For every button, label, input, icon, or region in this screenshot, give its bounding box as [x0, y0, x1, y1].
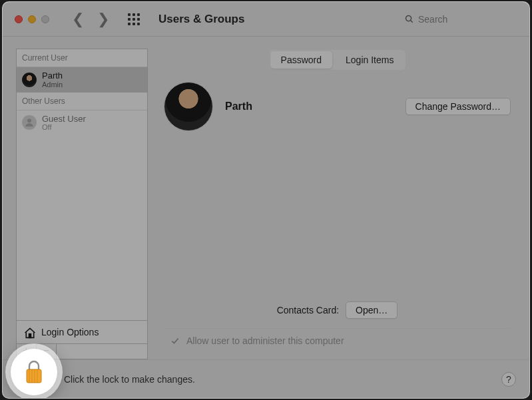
- contacts-card-row: Contacts Card: Open…: [164, 301, 511, 319]
- tab-login-items[interactable]: Login Items: [335, 51, 404, 69]
- sidebar-user-name: Guest User: [42, 114, 86, 124]
- sidebar-user-name: Parth: [42, 71, 63, 81]
- sidebar-user-status: Off: [42, 123, 86, 131]
- chevron-right-icon[interactable]: ❯: [97, 12, 109, 27]
- sidebar-empty: [17, 135, 147, 320]
- avatar-thumbnail: [22, 73, 37, 87]
- preferences-window: ❮ ❯ Users & Groups Search Current User P…: [2, 1, 530, 399]
- lock-icon: [23, 359, 45, 385]
- sidebar-item-current-user[interactable]: Parth Admin: [17, 67, 147, 93]
- svg-line-1: [411, 21, 413, 23]
- toolbar: ❮ ❯ Users & Groups Search: [3, 2, 529, 37]
- login-options-button[interactable]: Login Options: [17, 320, 147, 343]
- svg-point-0: [406, 16, 411, 21]
- contacts-card-label: Contacts Card:: [277, 305, 339, 315]
- search-icon: [404, 14, 414, 24]
- close-window-button[interactable]: [15, 15, 23, 23]
- allow-admin-label: Allow user to administer this computer: [186, 335, 344, 346]
- minimize-window-button[interactable]: [28, 15, 36, 23]
- svg-rect-4: [27, 369, 41, 383]
- open-contacts-button[interactable]: Open…: [346, 301, 398, 319]
- chevron-left-icon[interactable]: ❮: [72, 12, 84, 27]
- footer: Click the lock to make changes. ?: [3, 359, 529, 398]
- help-button[interactable]: ?: [501, 372, 516, 387]
- tabs: Password Login Items: [269, 50, 406, 70]
- window-controls: [15, 15, 49, 23]
- sidebar-header-current: Current User: [17, 49, 147, 67]
- user-display-name: Parth: [225, 100, 252, 112]
- nav-arrows: ❮ ❯: [72, 12, 109, 27]
- sidebar-handle: [57, 344, 147, 359]
- change-password-button[interactable]: Change Password…: [405, 98, 511, 115]
- svg-rect-3: [29, 334, 31, 338]
- search-input[interactable]: Search: [404, 11, 517, 27]
- avatar-thumbnail: [22, 115, 37, 130]
- check-icon: [170, 336, 180, 345]
- lock-button[interactable]: [11, 349, 57, 395]
- login-options-label: Login Options: [41, 327, 99, 337]
- content: Current User Parth Admin Other Users Gue…: [3, 37, 529, 398]
- lock-hint-text: Click the lock to make changes.: [64, 374, 195, 385]
- tab-password[interactable]: Password: [270, 51, 332, 69]
- page-title: Users & Groups: [158, 13, 244, 26]
- sidebar-item-guest-user[interactable]: Guest User Off: [17, 110, 147, 136]
- users-sidebar: Current User Parth Admin Other Users Gue…: [16, 49, 148, 359]
- user-avatar[interactable]: [164, 82, 213, 131]
- svg-point-2: [27, 119, 31, 123]
- sidebar-header-other: Other Users: [17, 93, 147, 110]
- user-row: Parth Change Password…: [164, 82, 511, 131]
- sidebar-user-role: Admin: [42, 81, 63, 89]
- allow-admin-row: Allow user to administer this computer: [164, 328, 511, 346]
- home-icon: [23, 327, 35, 337]
- search-placeholder: Search: [418, 14, 447, 25]
- zoom-window-button[interactable]: [41, 15, 49, 23]
- apps-grid-icon[interactable]: [128, 13, 140, 25]
- main-panel: Password Login Items Parth Change Passwo…: [148, 37, 529, 359]
